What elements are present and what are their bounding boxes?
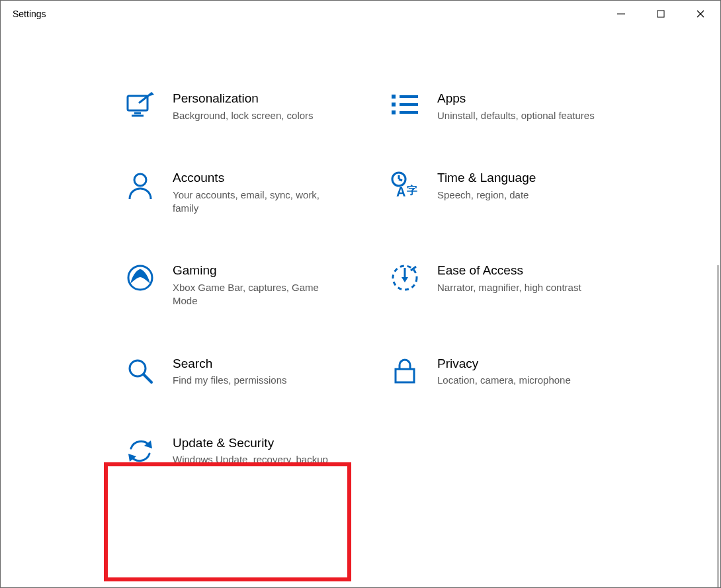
titlebar: Settings — [1, 1, 720, 27]
privacy-icon — [388, 356, 421, 385]
close-button[interactable] — [681, 1, 720, 27]
tile-label: Update & Security — [173, 435, 354, 451]
maximize-button[interactable] — [641, 1, 681, 27]
tile-label: Search — [173, 356, 354, 372]
svg-line-18 — [399, 179, 402, 181]
tile-desc: Narrator, magnifier, high contrast — [437, 281, 609, 294]
svg-rect-1 — [657, 11, 664, 17]
ease-of-access-icon — [388, 263, 421, 292]
maximize-icon — [656, 9, 665, 19]
svg-point-15 — [134, 174, 146, 186]
tile-personalization[interactable]: Personalization Background, lock screen,… — [120, 87, 358, 126]
tile-desc: Windows Update, recovery, backup — [173, 453, 345, 466]
svg-rect-10 — [392, 103, 396, 106]
search-icon — [124, 356, 157, 385]
window-title: Settings — [13, 9, 46, 19]
tile-label: Time & Language — [437, 170, 618, 186]
tile-time-language[interactable]: A 字 Time & Language Speech, region, date — [384, 166, 622, 219]
tile-desc: Background, lock screen, colors — [173, 109, 345, 122]
tile-label: Accounts — [173, 170, 354, 186]
minimize-button[interactable] — [601, 1, 641, 27]
svg-marker-24 — [402, 277, 408, 282]
window-controls — [601, 1, 720, 27]
tile-desc: Your accounts, email, sync, work, family — [173, 189, 345, 216]
tile-search[interactable]: Search Find my files, permissions — [120, 352, 358, 392]
tile-desc: Location, camera, microphone — [437, 374, 609, 387]
tile-label: Privacy — [437, 356, 618, 372]
tile-desc: Xbox Game Bar, captures, Game Mode — [173, 281, 345, 308]
tile-label: Gaming — [173, 263, 354, 278]
highlight-box — [104, 462, 351, 581]
svg-text:A: A — [396, 185, 405, 199]
svg-rect-28 — [396, 369, 414, 382]
tile-update-security[interactable]: Update & Security Windows Update, recove… — [120, 431, 358, 471]
content-area: Personalization Background, lock screen,… — [1, 27, 720, 587]
update-security-icon — [124, 435, 157, 466]
tile-privacy[interactable]: Privacy Location, camera, microphone — [384, 352, 622, 392]
scrollbar[interactable] — [717, 265, 719, 587]
personalization-icon — [124, 91, 157, 118]
settings-window: Settings — [0, 0, 721, 588]
close-icon — [696, 9, 705, 19]
tile-desc: Speech, region, date — [437, 189, 609, 202]
time-language-icon: A 字 — [388, 170, 421, 199]
tile-desc: Uninstall, defaults, optional features — [437, 109, 609, 122]
tile-apps[interactable]: Apps Uninstall, defaults, optional featu… — [384, 87, 622, 126]
tile-gaming[interactable]: Gaming Xbox Game Bar, captures, Game Mod… — [120, 259, 358, 312]
svg-rect-9 — [392, 95, 396, 99]
tile-desc: Find my files, permissions — [173, 374, 345, 387]
settings-grid: Personalization Background, lock screen,… — [1, 27, 720, 471]
tile-accounts[interactable]: Accounts Your accounts, email, sync, wor… — [120, 166, 358, 219]
svg-line-27 — [144, 374, 151, 382]
tile-label: Apps — [437, 91, 618, 106]
svg-line-7 — [140, 93, 151, 103]
apps-icon — [388, 91, 421, 117]
tile-label: Ease of Access — [437, 263, 618, 278]
svg-text:字: 字 — [407, 184, 417, 196]
gaming-icon — [124, 263, 157, 292]
tile-ease-of-access[interactable]: Ease of Access Narrator, magnifier, high… — [384, 259, 622, 312]
tile-label: Personalization — [173, 91, 354, 106]
accounts-icon — [124, 170, 157, 200]
svg-rect-11 — [392, 110, 396, 114]
minimize-icon — [616, 9, 626, 19]
